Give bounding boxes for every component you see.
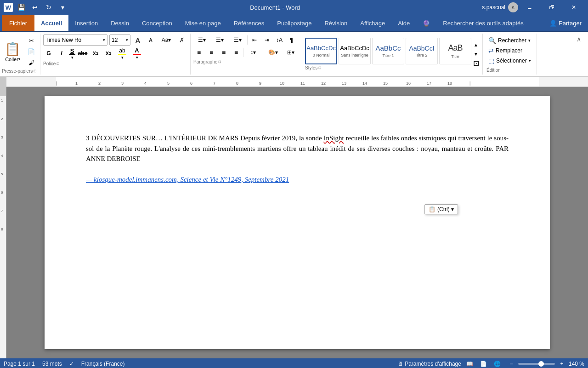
- superscript-button[interactable]: X2: [103, 48, 114, 59]
- save-button[interactable]: 💾: [16, 2, 27, 13]
- styles-expand-icon[interactable]: ⊡: [318, 66, 322, 70]
- bullets-button[interactable]: ☰▾: [193, 34, 210, 46]
- selectionner-button[interactable]: ⬚ Sélectionner ▾: [486, 56, 533, 66]
- undo-button[interactable]: ↩: [29, 2, 40, 13]
- tab-rechercher-outils[interactable]: Rechercher des outils adaptés: [436, 15, 530, 31]
- justify-button[interactable]: ≡: [231, 47, 242, 58]
- search-icon: 🔍: [488, 37, 496, 44]
- ruler-margin-right: |: [469, 81, 470, 86]
- style-titre2[interactable]: AaBbCcI Titre 2: [406, 38, 438, 64]
- font-size-selector[interactable]: 12 ▾: [109, 34, 130, 46]
- read-mode-button[interactable]: 📖: [465, 359, 475, 368]
- tab-aide[interactable]: Aide: [391, 15, 416, 31]
- copy-button[interactable]: 📄: [25, 46, 37, 57]
- zoom-controls: − + 140 %: [506, 359, 584, 368]
- customize-qat-button[interactable]: ▾: [57, 2, 68, 13]
- tab-tools-icon[interactable]: 🔮: [416, 15, 436, 31]
- web-layout-button[interactable]: 🌐: [492, 359, 503, 368]
- display-settings[interactable]: 🖥 Paramètres d'affichage: [397, 361, 461, 367]
- word-count[interactable]: 53 mots: [42, 361, 62, 367]
- paragraphe-expand-icon[interactable]: ⊡: [218, 60, 221, 64]
- align-left-button[interactable]: ≡: [193, 47, 204, 58]
- sort-button[interactable]: ↕A: [274, 34, 285, 46]
- underline-button[interactable]: S ▾: [69, 47, 75, 60]
- ribbon-collapse-button[interactable]: ∧: [573, 34, 584, 45]
- italic-button[interactable]: I: [56, 48, 67, 59]
- change-case-button[interactable]: Aa▾: [158, 34, 175, 46]
- rechercher-button[interactable]: 🔍 Rechercher ▾: [486, 35, 533, 46]
- proofing-icon[interactable]: ✓: [69, 361, 74, 367]
- zoom-level-text[interactable]: 140 %: [569, 361, 584, 367]
- highlight-button[interactable]: ab ▾: [116, 47, 129, 60]
- style-titre1[interactable]: AaBbCc Titre 1: [372, 38, 404, 64]
- para-row1: ☰▾ ☰▾ ☰▾ ⇤ ⇥ ↕A ¶: [193, 34, 299, 46]
- show-marks-button[interactable]: ¶: [286, 34, 297, 46]
- cut-button[interactable]: ✂: [25, 35, 37, 46]
- restore-button[interactable]: 🗗: [541, 0, 562, 15]
- styles-scroll-up[interactable]: ▲: [472, 41, 480, 49]
- format-painter-button[interactable]: 🖌: [25, 58, 37, 68]
- document-body[interactable]: 3 DÉCOUVERTES SUR… L'INTÉRIEUR DE MARS D…: [86, 133, 509, 185]
- tab-revision[interactable]: Révision: [318, 15, 354, 31]
- tab-references[interactable]: Références: [227, 15, 271, 31]
- subscript-button[interactable]: X2: [90, 48, 101, 59]
- paste-tooltip[interactable]: 📋 (Ctrl) ▾: [424, 204, 458, 214]
- remplacer-button[interactable]: ⇄ Remplacer: [486, 46, 533, 56]
- tab-mise-en-page[interactable]: Mise en page: [179, 15, 227, 31]
- style-normal[interactable]: AaBbCcDc 0 Normal: [305, 38, 337, 64]
- borders-button[interactable]: ⊞▾: [283, 47, 299, 58]
- close-button[interactable]: ✕: [563, 0, 584, 15]
- font-name-selector[interactable]: Times New Ro ▾: [43, 34, 107, 46]
- styles-expand-button[interactable]: ⊡: [472, 59, 480, 68]
- increase-indent-button[interactable]: ⇥: [261, 34, 272, 46]
- numbering-button[interactable]: ☰▾: [211, 34, 228, 46]
- tab-fichier[interactable]: Fichier: [2, 15, 34, 31]
- link-paragraph[interactable]: — kiosque-model.immanens.com, Science et…: [86, 174, 509, 185]
- bold-button[interactable]: G: [43, 48, 54, 59]
- coller-button[interactable]: 📋 Coller▾: [2, 34, 23, 69]
- clear-format-button[interactable]: ✗: [176, 34, 187, 46]
- decrease-indent-button[interactable]: ⇤: [249, 34, 260, 46]
- strikethrough-button[interactable]: abc: [77, 48, 88, 59]
- source-link[interactable]: — kiosque-model.immanens.com, Science et…: [86, 176, 289, 183]
- tab-affichage[interactable]: Affichage: [354, 15, 391, 31]
- tab-conception[interactable]: Conception: [136, 15, 179, 31]
- tab-insertion[interactable]: Insertion: [68, 15, 104, 31]
- avatar[interactable]: s: [508, 2, 518, 12]
- vruler-7: 7: [1, 209, 3, 213]
- police-expand-icon[interactable]: ⊡: [57, 62, 60, 66]
- clipboard-expand-icon[interactable]: ⊡: [34, 69, 37, 73]
- main-paragraph[interactable]: 3 DÉCOUVERTES SUR… L'INTÉRIEUR DE MARS D…: [86, 133, 509, 164]
- tab-publipostage[interactable]: Publipostage: [271, 15, 318, 31]
- vruler-1: 1: [1, 98, 3, 103]
- zoom-slider[interactable]: [518, 363, 555, 365]
- style-sans-interligne[interactable]: AaBbCcDc Sans interligne: [339, 38, 371, 64]
- multilevel-button[interactable]: ☰▾: [229, 34, 246, 46]
- tab-accueil[interactable]: Accueil: [34, 15, 68, 31]
- title-bar-left: W 💾 ↩ ↻ ▾: [4, 2, 68, 13]
- line-spacing-button[interactable]: ↕▾: [245, 47, 261, 58]
- ruler-mark-5: 5: [167, 81, 170, 86]
- title-bar: W 💾 ↩ ↻ ▾ Document1 - Word s.pascual s 🗕…: [0, 0, 588, 15]
- select-icon: ⬚: [488, 57, 494, 64]
- align-center-button[interactable]: ≡: [206, 47, 217, 58]
- grow-font-button[interactable]: A: [132, 34, 143, 46]
- align-right-button[interactable]: ≡: [218, 47, 229, 58]
- share-button[interactable]: 👤 Partager: [545, 18, 586, 29]
- zoom-plus-button[interactable]: +: [557, 359, 567, 368]
- style-titre[interactable]: AaB Titre: [439, 38, 471, 64]
- font-color-button[interactable]: A ▾: [130, 47, 143, 60]
- shading-button[interactable]: 🎨▾: [265, 47, 281, 58]
- minimize-button[interactable]: 🗕: [519, 0, 540, 15]
- ruler-mark-15: 15: [383, 81, 388, 86]
- clipboard-small-btns: ✂ 📄 🖌: [24, 34, 38, 69]
- redo-button[interactable]: ↻: [43, 2, 54, 13]
- share-label: Partager: [559, 20, 582, 27]
- shrink-font-button[interactable]: A: [145, 34, 156, 46]
- tab-dessin[interactable]: Dessin: [104, 15, 136, 31]
- styles-scroll-down[interactable]: ▼: [472, 50, 480, 58]
- zoom-minus-button[interactable]: −: [506, 359, 516, 368]
- print-layout-button[interactable]: 📄: [479, 359, 489, 368]
- language[interactable]: Français (France): [81, 361, 125, 367]
- zoom-thumb[interactable]: [538, 361, 544, 367]
